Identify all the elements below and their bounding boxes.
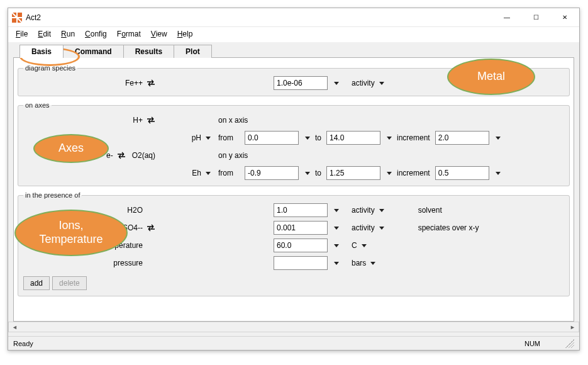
x-variable-dropdown[interactable]: pH [191,133,212,143]
presence-note: solvent [418,206,442,215]
legend-presence: in the presence of [23,191,82,199]
menu-config[interactable]: Config [81,28,111,40]
svg-rect-2 [18,13,22,17]
chevron-down-icon[interactable] [387,172,392,175]
tab-basis[interactable]: Basis [19,45,64,58]
app-window: Act2 — ☐ ✕ File Edit Run Config Format V… [8,8,580,351]
presence-value-input[interactable] [274,221,328,235]
annotation-axes: Axes [33,134,109,163]
chevron-down-icon[interactable] [305,137,310,140]
menubar: File Edit Run Config Format View Help [8,27,579,42]
presence-unit-dropdown[interactable]: activity [350,205,386,215]
diagram-value-input[interactable] [274,76,328,90]
scroll-left-icon[interactable]: ◄ [9,322,20,332]
swap-icon[interactable] [117,152,126,159]
presence-item[interactable]: H2O [127,206,143,215]
tab-results[interactable]: Results [123,45,174,58]
svg-rect-3 [12,18,16,23]
delete-button[interactable]: delete [52,276,87,290]
swap-icon[interactable] [147,224,155,232]
status-text: Ready [13,340,33,347]
close-button[interactable]: ✕ [550,8,579,27]
from-label: from [218,133,241,142]
diagram-species-name[interactable]: Fe++ [125,79,143,87]
chevron-down-icon[interactable] [334,262,339,265]
menu-file[interactable]: File [12,28,31,40]
chevron-down-icon[interactable] [305,172,310,175]
statusbar: Ready NUM [8,336,579,350]
chevron-down-icon[interactable] [334,209,339,212]
x-to-input[interactable] [326,131,380,145]
window-controls: — ☐ ✕ [492,8,579,27]
x-from-input[interactable] [245,131,299,145]
swap-icon[interactable] [147,79,155,87]
x-axis-label: on x axis [218,116,270,125]
y-swap-to[interactable]: O2(aq) [132,151,155,160]
app-icon [12,13,22,23]
menu-edit[interactable]: Edit [34,28,55,40]
y-from-input[interactable] [245,166,299,180]
diagram-unit-dropdown[interactable]: activity [350,78,386,88]
chevron-down-icon[interactable] [334,227,339,230]
y-axis-label: on y axis [218,151,270,160]
minimize-button[interactable]: — [492,8,521,27]
scroll-right-icon[interactable]: ► [567,322,578,332]
presence-value-input[interactable] [274,203,328,217]
menu-run[interactable]: Run [57,28,79,40]
chevron-down-icon[interactable] [334,244,339,247]
annotation-metal: Metal [447,59,535,95]
presence-note: speciates over x-y [418,223,479,232]
menu-format[interactable]: Format [113,28,145,40]
to-label: to [315,133,321,142]
increment-label: increment [397,169,430,177]
y-inc-input[interactable] [435,166,489,180]
menu-view[interactable]: View [147,28,171,40]
tab-plot[interactable]: Plot [174,45,212,58]
titlebar: Act2 — ☐ ✕ [8,8,579,27]
y-to-input[interactable] [326,166,380,180]
presence-value-input[interactable] [274,239,328,252]
increment-label: increment [397,133,430,142]
from-label: from [218,169,241,177]
chevron-down-icon[interactable] [496,137,501,140]
x-inc-input[interactable] [435,131,489,145]
chevron-down-icon[interactable] [387,137,392,140]
presence-value-input[interactable] [274,256,328,270]
tab-page-basis: diagram species Fe++ activity on axes [13,57,574,322]
chevron-down-icon[interactable] [334,82,339,85]
legend-axes: on axes [23,101,52,109]
y-variable-dropdown[interactable]: Eh [191,168,212,178]
swap-icon[interactable] [147,116,155,124]
maximize-button[interactable]: ☐ [521,8,550,27]
x-species[interactable]: H+ [133,116,143,125]
presence-unit-dropdown[interactable]: C [350,240,368,250]
chevron-down-icon[interactable] [496,172,501,175]
presence-unit-dropdown[interactable]: activity [350,223,386,233]
to-label: to [315,169,321,177]
presence-item[interactable]: pressure [113,259,143,267]
add-button[interactable]: add [23,276,50,290]
annotation-ions-temperature: Ions, Temperature [14,210,128,256]
status-num: NUM [524,340,540,347]
tab-strip: Basis Command Results Plot [19,45,574,58]
presence-unit-dropdown[interactable]: bars [350,258,377,268]
horizontal-scrollbar[interactable]: ◄ ► [8,322,579,332]
resize-grip-icon[interactable] [565,339,574,348]
title-text: Act2 [26,13,41,22]
menu-help[interactable]: Help [174,28,197,40]
